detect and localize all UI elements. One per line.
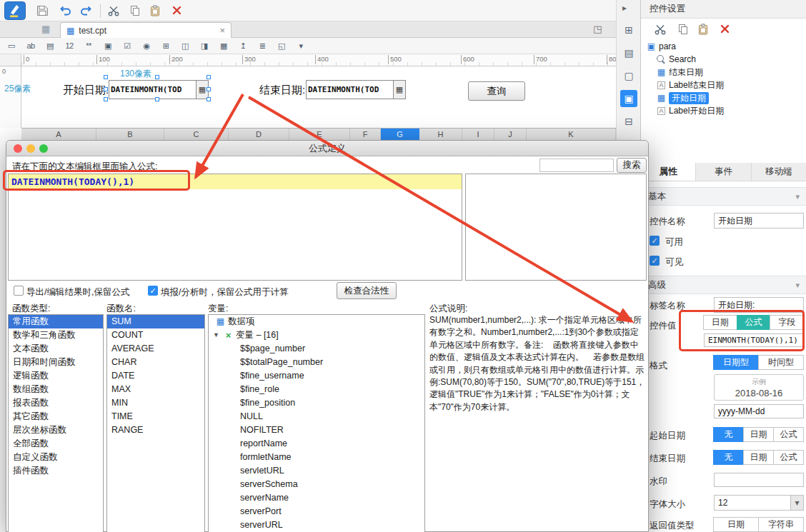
function-name-item[interactable]: SUM — [107, 315, 204, 328]
function-type-item[interactable]: 自定义函数 — [9, 451, 103, 464]
end-date-widget[interactable]: ▦ — [306, 80, 406, 99]
widget-value-option[interactable]: 字段 — [770, 315, 804, 330]
variable-item[interactable]: 数据项 — [209, 315, 424, 328]
widget-toolbar-icon[interactable]: ▣ — [101, 40, 115, 52]
widget-toolbar-icon[interactable]: ▦ — [217, 40, 231, 52]
function-type-item[interactable]: 文本函数 — [9, 342, 103, 356]
watermark-input[interactable] — [714, 473, 804, 487]
column-header[interactable]: C — [164, 129, 229, 140]
variable-item[interactable]: serverURL — [209, 518, 424, 532]
panel-tab[interactable]: 移动端 — [752, 163, 806, 181]
vertical-ruler[interactable]: 0 — [0, 66, 21, 128]
panel-copy-button[interactable] — [677, 23, 690, 36]
selection-handle[interactable] — [104, 97, 108, 101]
start-date-input[interactable] — [109, 81, 196, 99]
section-basic[interactable]: 基本 ▾ — [641, 187, 806, 206]
function-type-item[interactable]: 数学和三角函数 — [9, 328, 103, 342]
selection-handle[interactable] — [104, 87, 108, 91]
function-type-item[interactable]: 数组函数 — [9, 383, 103, 396]
widget-toolbar-icon[interactable]: ◉ — [139, 40, 154, 52]
save-button[interactable] — [36, 4, 49, 17]
cut-button[interactable] — [107, 4, 120, 17]
function-type-item[interactable]: 全部函数 — [9, 437, 103, 451]
widget-toolbar-icon[interactable]: ** — [81, 40, 96, 52]
section-advanced[interactable]: 高级 ▾ — [641, 276, 806, 294]
font-size-combobox[interactable]: 12 ▾ — [714, 495, 804, 511]
widget-tree-item[interactable]: 开始日期 — [641, 91, 806, 104]
selection-handle[interactable] — [207, 75, 211, 79]
widget-settings-icon[interactable]: ▣ — [620, 90, 637, 107]
panel-paste-button[interactable] — [697, 23, 710, 36]
function-name-item[interactable]: CHAR — [107, 356, 204, 369]
keep-formula-analysis-checkbox[interactable]: ✓ — [148, 286, 158, 296]
variable-item[interactable]: reportName — [209, 437, 424, 451]
keep-formula-export-checkbox[interactable] — [14, 286, 24, 296]
widget-toolbar-icon[interactable]: ↥ — [236, 40, 250, 52]
dialog-titlebar[interactable]: 公式定义 — [6, 141, 648, 156]
widget-tree-item[interactable]: para — [641, 40, 806, 53]
widget-toolbar-icon[interactable]: ab — [24, 40, 38, 52]
cell-element-icon[interactable]: ⊞ — [620, 21, 637, 39]
selection-handle[interactable] — [155, 75, 159, 79]
variable-item[interactable]: $fine_position — [209, 396, 424, 410]
close-window-icon[interactable] — [14, 144, 22, 153]
widget-toolbar-icon[interactable]: ⊞ — [159, 40, 173, 52]
variable-item[interactable]: NULL — [209, 410, 424, 423]
end-date-input[interactable] — [307, 81, 393, 99]
start-date-limit-option[interactable]: 公式 — [773, 427, 804, 442]
widget-toolbar-icon[interactable]: ◨ — [197, 40, 212, 52]
pane-toggle-icon[interactable]: ◳ — [593, 24, 602, 34]
format-pattern-input[interactable] — [714, 404, 804, 418]
column-header[interactable]: B — [96, 129, 164, 140]
column-header[interactable]: E — [289, 129, 350, 140]
column-header[interactable]: A — [21, 129, 96, 140]
variable-item[interactable]: $fine_role — [209, 383, 424, 396]
zoom-window-icon[interactable] — [39, 144, 48, 153]
return-type-option[interactable]: 字符串 — [758, 517, 804, 532]
visible-checkbox[interactable]: ✓ — [650, 256, 660, 266]
variable-item[interactable]: $fine_username — [209, 369, 424, 383]
variable-item[interactable]: formletName — [209, 451, 424, 464]
widget-tree-item[interactable]: Label结束日期 — [641, 79, 806, 91]
calendar-icon[interactable]: ▦ — [393, 81, 405, 99]
widget-value-option[interactable]: 日期 — [703, 315, 737, 330]
variable-item[interactable]: serverSchema — [209, 478, 424, 491]
widget-toolbar-icon[interactable]: ≣ — [255, 40, 269, 52]
horizontal-ruler[interactable]: 0100200300400500600700800 — [21, 54, 616, 66]
variable-item[interactable]: 变量 – [16] — [209, 328, 424, 342]
search-button[interactable]: 搜索 — [617, 158, 647, 173]
redo-button[interactable] — [79, 4, 93, 17]
function-name-item[interactable]: AVERAGE — [107, 342, 204, 356]
widget-toolbar-icon[interactable]: ▤ — [43, 40, 57, 52]
function-type-item[interactable]: 报表函数 — [9, 396, 103, 410]
selection-handle[interactable] — [155, 97, 159, 101]
widget-toolbar-icon[interactable]: ◱ — [274, 40, 289, 52]
variable-item[interactable]: servletURL — [209, 464, 424, 478]
cell-attributes-icon[interactable]: ▤ — [620, 44, 637, 61]
start-date-widget[interactable]: ▦ — [109, 80, 209, 99]
function-type-item[interactable]: 其它函数 — [9, 410, 103, 423]
end-date-limit-option[interactable]: 无 — [713, 450, 744, 465]
function-type-item[interactable]: 逻辑函数 — [9, 369, 103, 383]
function-search-input[interactable] — [539, 159, 614, 172]
function-type-item[interactable]: 层次坐标函数 — [9, 423, 103, 437]
widget-toolbar-icon[interactable]: ▾ — [294, 40, 308, 52]
tab-test-cpt[interactable]: ▦ test.cpt × — [60, 22, 232, 38]
function-name-item[interactable]: TIME — [107, 410, 204, 423]
column-header[interactable]: I — [462, 129, 494, 140]
condition-attributes-icon[interactable]: ⊟ — [620, 113, 637, 130]
widget-tree-item[interactable]: 结束日期 — [641, 66, 806, 79]
start-date-limit-option[interactable]: 日期 — [743, 427, 774, 442]
column-header[interactable]: F — [350, 129, 381, 140]
float-element-icon[interactable]: ▢ — [620, 67, 637, 84]
variable-item[interactable]: $$totalPage_number — [209, 356, 424, 369]
widget-tree-item[interactable]: Label开始日期 — [641, 104, 806, 117]
paste-button[interactable] — [149, 4, 161, 17]
format-option[interactable]: 日期型 — [713, 355, 759, 370]
variable-item[interactable]: $$page_number — [209, 342, 424, 356]
chevron-down-icon[interactable]: ▾ — [790, 496, 803, 510]
widget-toolbar-icon[interactable]: 12 — [62, 40, 76, 52]
column-header[interactable]: G — [381, 129, 419, 140]
column-header[interactable]: H — [419, 129, 462, 140]
formula-editor[interactable]: DATEINMONTH(TODAY(),1) — [8, 174, 462, 281]
